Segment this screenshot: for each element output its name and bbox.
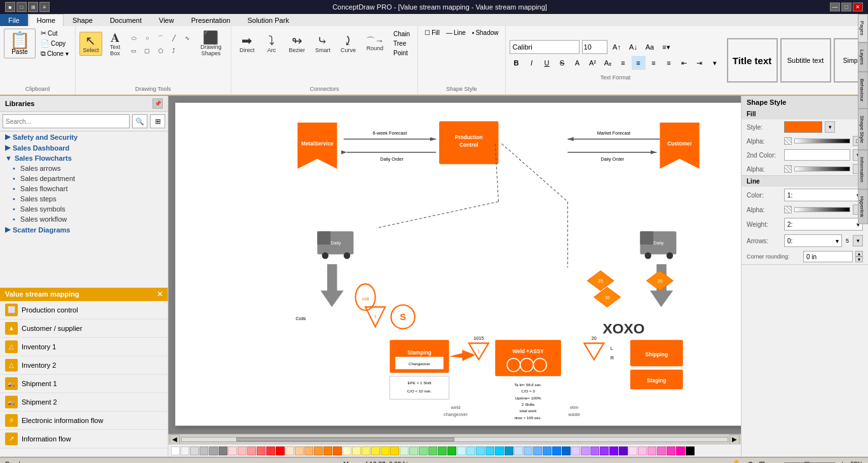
fill-alpha-slider[interactable] [794,138,850,144]
color-cell[interactable] [571,446,580,455]
color-cell[interactable] [285,446,294,455]
clone-button[interactable]: ⧉ Clone ▾ [38,49,71,58]
chain-button[interactable]: Chain [391,30,412,38]
curve-draw-tool[interactable]: ∿ [181,32,194,44]
font-name-input[interactable] [510,40,580,54]
line-section-title[interactable]: Line [742,176,868,187]
minimize-button[interactable]: — [830,3,840,11]
subtitle-text-style[interactable]: Subtitle text [780,38,831,83]
shape-style-panel-title[interactable]: Shape Style [742,96,868,109]
align-justify-button[interactable]: ≡ [662,56,676,70]
search-button[interactable]: 🔍 [132,114,147,128]
sidebar-item-sales-workflow[interactable]: Sales workflow [0,214,168,224]
library-item-production-control[interactable]: ⬜ Production control [0,301,168,319]
sidebar-item-sales-symbols[interactable]: Sales symbols [0,204,168,214]
color-cell[interactable] [400,446,409,455]
fill-dropdown-button[interactable]: ▾ [825,121,835,133]
tab-document[interactable]: Document [102,14,150,26]
color-cell[interactable] [390,446,399,455]
line-color-dropdown[interactable]: 1: ▾ [784,189,863,201]
tab-view[interactable]: View [151,14,182,26]
sidebar-item-sales-flowchart[interactable]: Sales flowchart [0,184,168,194]
color-cell[interactable] [628,446,637,455]
color-cell[interactable] [581,446,590,455]
sidebar-item-sales-steps[interactable]: Sales steps [0,194,168,204]
color-cell[interactable] [190,446,199,455]
circle-tool[interactable]: ○ [141,32,154,44]
color-cell[interactable] [552,446,561,455]
corner-down-button[interactable]: ▼ [855,257,863,262]
shape-style-tab[interactable]: Shape Style [858,109,868,150]
color-cell[interactable] [342,446,351,455]
color-cell[interactable] [524,446,532,455]
copy-button[interactable]: 📄 Copy [38,39,71,48]
color-cell[interactable] [466,446,475,455]
rect-tool[interactable]: ▭ [128,46,140,56]
fill-button[interactable]: ☐Fill [422,29,442,37]
drawing-shapes-button[interactable]: ⬛ Drawing Shapes [195,29,227,59]
color-cell[interactable] [676,446,685,455]
font-options-button[interactable]: ≡▾ [660,40,674,54]
indent-right-button[interactable]: ⇥ [693,56,707,70]
title-text-style[interactable]: Title text [727,38,778,83]
h-scrolltrack[interactable] [181,437,728,442]
arc-tool[interactable]: ⌒ [154,32,167,44]
search-input[interactable] [3,114,130,128]
strikethrough-button[interactable]: S [555,56,569,70]
sidebar-item-sales-dashboard[interactable]: ▶ Sales Dashboard [0,142,168,153]
font-color-button[interactable]: A [571,56,585,70]
library-item-shipment-1[interactable]: 🚚 Shipment 1 [0,375,168,393]
color-cell[interactable] [562,446,571,455]
pin-button[interactable]: 📌 [153,98,163,109]
color-cell[interactable] [314,446,323,455]
color-cell[interactable] [371,446,380,455]
tab-presentation[interactable]: Presentation [183,14,239,26]
tree-button[interactable]: Tree [391,39,412,48]
information-tab[interactable]: Information [858,150,868,189]
tab-home[interactable]: Home [29,14,64,26]
font-grow-button[interactable]: A↑ [610,40,624,54]
zoom-in-button[interactable]: + [840,459,845,463]
color-cell[interactable] [352,446,361,455]
color-cell[interactable] [247,446,256,455]
color-cell[interactable] [209,446,218,455]
color-cell[interactable] [638,446,647,455]
line-alpha-slider[interactable] [794,207,850,212]
sidebar-item-sales-department[interactable]: Sales department [0,173,168,184]
hand-tool-icon[interactable]: ✋ [731,459,742,463]
curve-button[interactable]: ⤸ Curve [336,32,360,56]
text-more-button[interactable]: ▾ [708,56,722,70]
library-item-inventory-2[interactable]: △ Inventory 2 [0,356,168,375]
color-cell[interactable] [180,446,189,455]
color-cell[interactable] [333,446,342,455]
arc-button[interactable]: ⤵ Arc [260,32,283,56]
color-cell[interactable] [476,446,485,455]
color-cell[interactable] [590,446,599,455]
paste-button[interactable]: 📋 Paste [4,29,36,58]
sidebar-item-scatter[interactable]: ▶ Scatter Diagrams [0,224,168,235]
italic-button[interactable]: I [525,56,539,70]
zoom-actual-icon[interactable]: ⊞ [759,460,765,463]
color-cell[interactable] [428,446,437,455]
line-tool[interactable]: ╱ [168,32,180,44]
hyperlink-tab[interactable]: Hyperlink [858,189,868,224]
second-color-box[interactable] [784,149,850,161]
align-left-button[interactable]: ≡ [616,56,630,70]
textbox-button[interactable]: 𝐀 Text Box [104,29,126,59]
spiro-tool[interactable]: ⤴ [168,46,180,56]
color-cell[interactable] [304,446,313,455]
color-cell[interactable] [266,446,275,455]
tab-shape[interactable]: Shape [64,14,101,26]
color-cell[interactable] [457,446,466,455]
color-cell[interactable] [686,446,695,455]
color-cell[interactable] [600,446,609,455]
horizontal-scrollbar[interactable]: ◀ ▶ [168,434,741,444]
scroll-left-button[interactable]: ◀ [170,434,180,445]
line-button[interactable]: —Line [444,29,468,37]
corner-value-input[interactable]: 0 in [803,251,853,262]
poly-tool[interactable]: ⬠ [154,46,167,56]
color-cell[interactable] [238,446,247,455]
color-cell[interactable] [228,446,237,455]
color-cell[interactable] [200,446,208,455]
library-item-customer-supplier[interactable]: ▲ Customer / supplier [0,319,168,338]
